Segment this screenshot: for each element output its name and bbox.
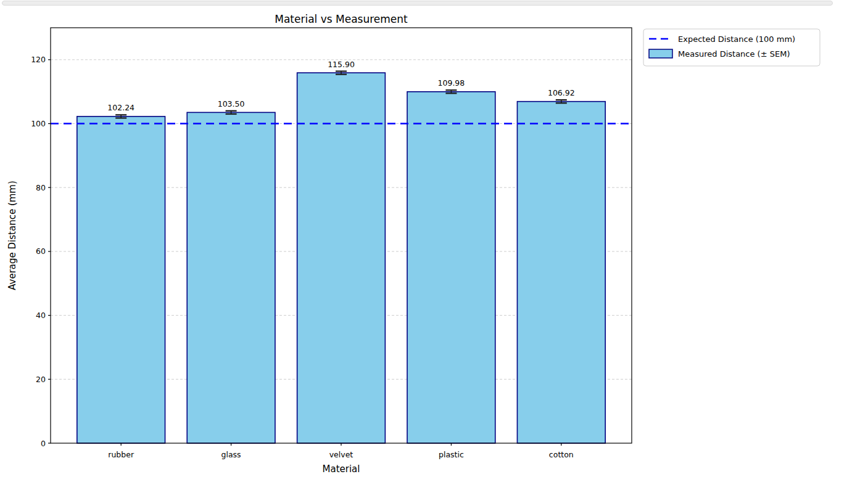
y-tick-label: 100	[31, 119, 46, 128]
x-tick-label: rubber	[108, 450, 134, 459]
y-tick-label: 80	[36, 183, 46, 192]
bar-rubber	[77, 116, 165, 443]
bar-value-label: 115.90	[328, 60, 355, 69]
legend-entry-label: Measured Distance (± SEM)	[678, 49, 790, 59]
bar-value-label: 106.92	[548, 88, 575, 97]
bar-value-label: 102.24	[107, 103, 134, 112]
bar-chart: 020406080100120rubberglassvelvetplasticc…	[0, 0, 868, 482]
bar-velvet	[297, 73, 386, 443]
y-tick-label: 120	[31, 55, 46, 64]
bar-value-label: 109.98	[438, 78, 465, 88]
x-axis-label: Material	[323, 464, 360, 475]
figure-canvas: 020406080100120rubberglassvelvetplasticc…	[0, 0, 868, 482]
y-tick-label: 60	[36, 247, 46, 256]
bar-glass	[187, 112, 275, 443]
y-axis-label: Average Distance (mm)	[7, 181, 18, 290]
bars-group	[77, 73, 605, 443]
x-tick-label: cotton	[549, 450, 574, 459]
bar-value-label: 103.50	[218, 99, 245, 108]
legend: Expected Distance (100 mm)Measured Dista…	[643, 29, 820, 66]
y-tick-label: 0	[41, 439, 46, 448]
x-tick-label: velvet	[329, 450, 353, 459]
bar-plastic	[407, 92, 495, 443]
y-tick-label: 20	[36, 375, 46, 384]
y-tick-label: 40	[36, 311, 46, 320]
legend-entry-label: Expected Distance (100 mm)	[678, 35, 795, 44]
bar-cotton	[517, 102, 605, 443]
chart-title: Material vs Measurement	[275, 13, 408, 25]
x-tick-label: glass	[221, 450, 241, 459]
x-tick-label: plastic	[439, 450, 464, 459]
legend-bar-sample	[649, 49, 672, 58]
